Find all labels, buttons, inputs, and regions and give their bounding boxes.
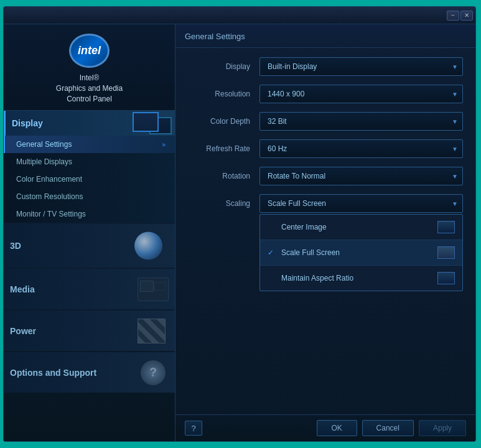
sidebar: intel Intel®Graphics and MediaControl Pa… xyxy=(4,24,175,441)
sidebar-item-options[interactable]: Options and Support ? xyxy=(4,352,175,393)
sidebar-item-multiple-displays[interactable]: Multiple Displays xyxy=(4,153,175,170)
color-depth-label: Color Depth xyxy=(188,117,250,126)
color-depth-select-wrapper: 32 Bit xyxy=(259,112,463,131)
monitor-tv-label: Monitor / TV Settings xyxy=(16,210,86,218)
intel-logo: intel xyxy=(69,34,110,68)
sidebar-item-power-label: Power xyxy=(10,326,36,336)
display-label: Display xyxy=(188,62,250,71)
sidebar-item-color-enhancement[interactable]: Color Enhancement xyxy=(4,170,175,188)
scaling-setting-row: Scaling Scale Full Screen Center Image xyxy=(188,194,463,213)
maintain-aspect-icon xyxy=(437,272,455,284)
sidebar-item-general-settings[interactable]: General Settings » xyxy=(4,136,175,153)
sidebar-item-monitor-tv[interactable]: Monitor / TV Settings xyxy=(4,205,175,223)
sidebar-item-custom-resolutions[interactable]: Custom Resolutions xyxy=(4,188,175,205)
sidebar-item-power[interactable]: Power xyxy=(4,310,175,351)
maintain-aspect-check xyxy=(268,274,278,282)
right-panel: General Settings Display Built-in Displa… xyxy=(175,24,475,441)
display-submenu: General Settings » Multiple Displays Col… xyxy=(4,136,175,223)
main-window: − ✕ intel Intel®Graphics and MediaContro… xyxy=(3,6,476,442)
intel-header: intel Intel®Graphics and MediaControl Pa… xyxy=(4,24,175,111)
sidebar-item-media-label: Media xyxy=(10,284,35,294)
sidebar-section-options: Options and Support ? xyxy=(4,352,175,393)
display-setting-row: Display Built-in Display xyxy=(188,57,463,76)
center-image-label: Center Image xyxy=(281,223,327,231)
power-icon xyxy=(138,319,166,343)
rotation-select-wrapper: Rotate To Normal xyxy=(259,167,463,185)
resolution-label: Resolution xyxy=(188,90,250,98)
options-icon: ? xyxy=(141,360,166,385)
sidebar-section-display: Display General Settings » Multiple Disp… xyxy=(4,111,175,223)
bottom-bar: ? OK Cancel Apply xyxy=(175,414,475,441)
scaling-select[interactable]: Scale Full Screen xyxy=(259,194,463,213)
ok-button[interactable]: OK xyxy=(317,420,357,436)
help-button[interactable]: ? xyxy=(185,421,202,436)
rotation-select[interactable]: Rotate To Normal xyxy=(259,167,463,185)
submenu-arrow-icon: » xyxy=(162,141,166,148)
title-bar: − ✕ xyxy=(4,7,475,24)
sidebar-item-3d-label: 3D xyxy=(10,241,21,251)
sidebar-item-media[interactable]: Media xyxy=(4,269,175,309)
dropdown-item-maintain-aspect[interactable]: Maintain Aspect Ratio xyxy=(260,266,462,291)
settings-area: Display Built-in Display Resolution 1440… xyxy=(175,48,475,414)
resolution-select-wrapper: 1440 x 900 xyxy=(259,85,463,103)
sphere-icon xyxy=(134,232,162,260)
maintain-aspect-label: Maintain Aspect Ratio xyxy=(281,274,353,282)
scaling-select-wrapper: Scale Full Screen xyxy=(259,194,463,213)
rotation-label: Rotation xyxy=(188,172,250,180)
sidebar-section-3d: 3D xyxy=(4,224,175,268)
refresh-rate-select-wrapper: 60 Hz xyxy=(259,139,463,158)
main-content: intel Intel®Graphics and MediaControl Pa… xyxy=(4,24,475,441)
custom-resolutions-label: Custom Resolutions xyxy=(16,192,83,201)
intel-title-text: Intel®Graphics and MediaControl Panel xyxy=(56,73,123,104)
close-button[interactable]: ✕ xyxy=(460,11,473,21)
display-thumbnail xyxy=(133,112,172,134)
resolution-setting-row: Resolution 1440 x 900 xyxy=(188,85,463,103)
panel-title: General Settings xyxy=(175,24,475,48)
apply-button[interactable]: Apply xyxy=(419,420,466,436)
resolution-select[interactable]: 1440 x 900 xyxy=(259,85,463,103)
rotation-setting-row: Rotation Rotate To Normal xyxy=(188,167,463,185)
display-select[interactable]: Built-in Display xyxy=(259,57,463,76)
color-depth-setting-row: Color Depth 32 Bit xyxy=(188,112,463,131)
refresh-rate-setting-row: Refresh Rate 60 Hz xyxy=(188,139,463,158)
scaling-dropdown: Center Image ✓ Scale Full Screen xyxy=(259,214,463,291)
scale-full-screen-label: Scale Full Screen xyxy=(281,248,340,257)
sidebar-item-display-label: Display xyxy=(12,118,43,128)
sidebar-section-power: Power xyxy=(4,310,175,351)
color-depth-select[interactable]: 32 Bit xyxy=(259,112,463,131)
multiple-displays-label: Multiple Displays xyxy=(16,157,72,166)
refresh-rate-label: Refresh Rate xyxy=(188,144,250,153)
dropdown-item-center-image[interactable]: Center Image xyxy=(260,215,462,240)
cancel-button[interactable]: Cancel xyxy=(362,420,414,436)
display-select-wrapper: Built-in Display xyxy=(259,57,463,76)
scale-full-screen-icon xyxy=(437,246,455,259)
color-enhancement-label: Color Enhancement xyxy=(16,175,82,184)
refresh-rate-select[interactable]: 60 Hz xyxy=(259,139,463,158)
monitor-icon xyxy=(133,112,159,132)
scaling-label: Scaling xyxy=(188,199,250,208)
sidebar-item-options-label: Options and Support xyxy=(10,368,96,378)
sidebar-item-3d[interactable]: 3D xyxy=(4,224,175,268)
scale-full-screen-check: ✓ xyxy=(268,248,278,257)
sidebar-section-media: Media xyxy=(4,269,175,309)
sidebar-item-display[interactable]: Display xyxy=(4,111,175,136)
dropdown-item-scale-full-screen[interactable]: ✓ Scale Full Screen xyxy=(260,240,462,266)
intel-logo-text: intel xyxy=(78,44,101,57)
center-image-icon xyxy=(437,221,455,233)
minimize-button[interactable]: − xyxy=(447,11,459,21)
general-settings-label: General Settings xyxy=(16,140,72,149)
center-image-check xyxy=(268,223,278,231)
sidebar-nav: Display General Settings » Multiple Disp… xyxy=(4,111,175,441)
